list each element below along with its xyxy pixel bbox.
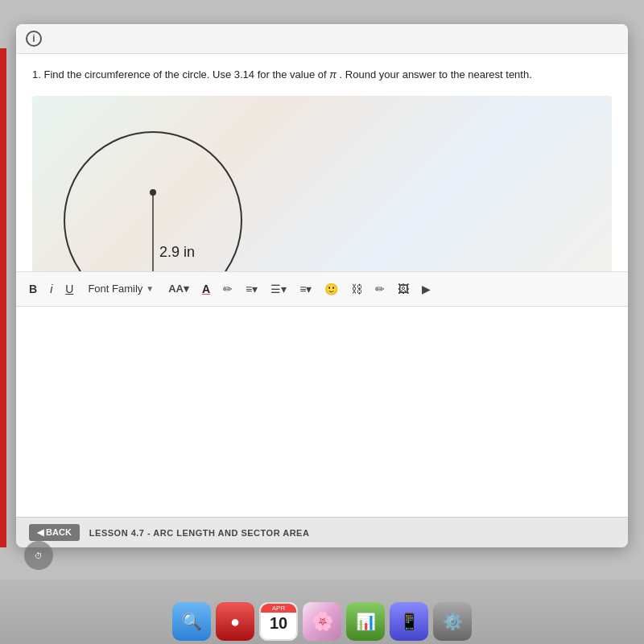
bold-button[interactable]: B bbox=[26, 281, 40, 297]
toolbar: B i U Font Family ▼ AA▾ A ✏ ≡▾ ☰▾ ≡▾ 🙂 ⛓… bbox=[16, 271, 628, 307]
bottom-nav: ◀ BACK LESSON 4.7 - ARC LENGTH AND SECTO… bbox=[16, 517, 628, 547]
image-button[interactable]: 🖼 bbox=[394, 281, 412, 297]
calendar-number: 10 bbox=[270, 613, 287, 634]
content-area: 1. Find the circumference of the circle.… bbox=[16, 54, 628, 271]
dock-calendar[interactable]: APR 10 bbox=[259, 602, 298, 641]
emoji-button[interactable]: 🙂 bbox=[321, 281, 341, 297]
pi-symbol: π bbox=[329, 68, 336, 80]
red-app-icon: ● bbox=[230, 613, 240, 631]
info-icon[interactable]: i bbox=[26, 31, 42, 47]
highlight-button[interactable]: ✏ bbox=[220, 281, 236, 297]
dock-area: 🔍 ● APR 10 🌸 📊 📱 ⚙️ bbox=[0, 580, 644, 644]
align-button[interactable]: ≡▾ bbox=[242, 281, 261, 297]
app2-icon: 📱 bbox=[399, 612, 419, 631]
more-button[interactable]: ▶ bbox=[419, 281, 434, 297]
font-family-dropdown[interactable]: Font Family ▼ bbox=[83, 281, 159, 296]
question-body: Find the circumference of the circle. Us… bbox=[43, 68, 326, 80]
back-button[interactable]: ◀ BACK bbox=[29, 524, 80, 541]
dock-settings[interactable]: ⚙️ bbox=[433, 602, 472, 641]
answer-area[interactable] bbox=[16, 307, 628, 518]
font-size-button[interactable]: AA▾ bbox=[165, 281, 192, 296]
link-button[interactable]: ⛓ bbox=[348, 281, 365, 297]
question-number: 1. bbox=[32, 68, 41, 80]
main-window: i 1. Find the circumference of the circl… bbox=[16, 24, 628, 547]
font-family-label: Font Family bbox=[88, 283, 142, 295]
clock-widget: ⏱ bbox=[24, 541, 53, 570]
red-accent bbox=[0, 48, 6, 547]
font-color-button[interactable]: A bbox=[199, 281, 213, 297]
charts-icon: 📊 bbox=[356, 612, 376, 631]
clock-icon: ⏱ bbox=[35, 551, 43, 560]
diagram-area: 2.9 in bbox=[32, 96, 612, 271]
photos-icon: 🌸 bbox=[312, 611, 333, 632]
indent-button[interactable]: ≡▾ bbox=[296, 281, 315, 297]
circle-svg: 2.9 in bbox=[48, 112, 258, 271]
underline-button[interactable]: U bbox=[62, 281, 76, 297]
dock-app2[interactable]: 📱 bbox=[390, 602, 428, 641]
circle-container: 2.9 in bbox=[48, 112, 258, 271]
dock-charts[interactable]: 📊 bbox=[346, 602, 385, 641]
finder-icon: 🔍 bbox=[182, 612, 202, 631]
italic-button[interactable]: i bbox=[47, 281, 56, 297]
dock-finder[interactable]: 🔍 bbox=[172, 602, 211, 641]
settings-icon: ⚙️ bbox=[443, 612, 463, 631]
svg-text:2.9 in: 2.9 in bbox=[159, 244, 195, 260]
question-text: 1. Find the circumference of the circle.… bbox=[32, 67, 612, 83]
top-bar: i bbox=[16, 24, 628, 54]
font-family-arrow: ▼ bbox=[146, 284, 154, 293]
lesson-label: LESSON 4.7 - ARC LENGTH AND SECTOR AREA bbox=[89, 528, 310, 538]
list-button[interactable]: ☰▾ bbox=[267, 281, 290, 297]
dock-app-red[interactable]: ● bbox=[216, 602, 254, 641]
edit-button[interactable]: ✏ bbox=[372, 281, 388, 297]
dock-photos[interactable]: 🌸 bbox=[303, 602, 341, 641]
question-body2: . Round your answer to the nearest tenth… bbox=[340, 68, 532, 80]
